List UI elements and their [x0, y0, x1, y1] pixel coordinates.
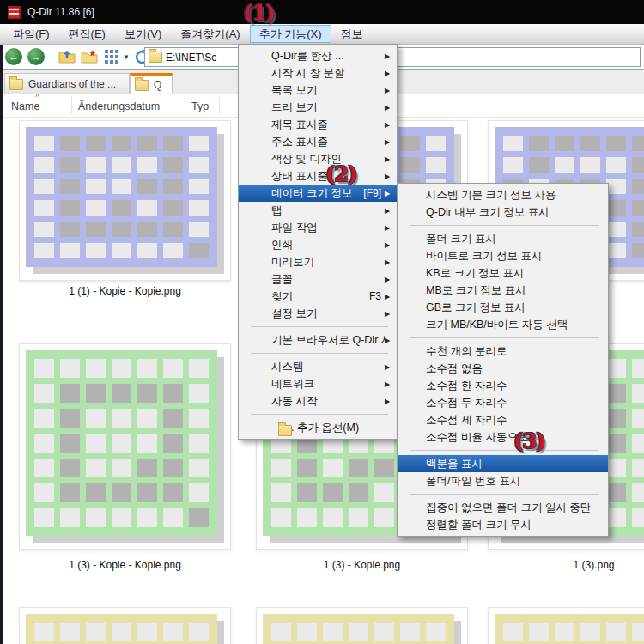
menu-item-15[interactable]: 설정 보기▶: [239, 305, 397, 322]
submenu-item-12[interactable]: 소수점 한 자리수: [398, 377, 608, 394]
menu-item-7[interactable]: 상태 표시줄▶: [239, 167, 397, 185]
thumbnail-pixel: [137, 409, 157, 428]
thumbnail-pixel: [86, 179, 106, 194]
submenu-item-label: MB로 크기 정보 표시: [426, 283, 596, 298]
thumbnail-pixel: [112, 157, 131, 173]
submenu-item-21[interactable]: 정렬할 폴더 크기 무시: [398, 516, 608, 533]
menu-item-3[interactable]: 트리 보기▶: [239, 99, 397, 116]
menu-item-11[interactable]: 인쇄▶: [239, 236, 397, 253]
thumbnail-pixel: [34, 359, 54, 378]
forward-icon[interactable]: →: [27, 48, 45, 65]
menu-item-21[interactable]: 자동 시작▶: [239, 392, 397, 410]
thumbnail-pixel: [632, 157, 644, 173]
thumbnail-pixel: [189, 179, 209, 194]
menu-item-4[interactable]: 제목 표시줄▶: [239, 116, 397, 133]
menubar-item-2[interactable]: 보기(V): [115, 25, 171, 43]
back-icon[interactable]: ←: [5, 48, 22, 65]
menubar-item-3[interactable]: 즐겨찾기(A): [171, 25, 249, 43]
submenu-item-0[interactable]: 시스템 기본 크기 정보 사용: [398, 186, 608, 204]
menu-item-5[interactable]: 주소 표시줄▶: [239, 133, 397, 150]
menu-item-1[interactable]: 시작 시 창 분할▶: [239, 64, 397, 82]
menu-item-12[interactable]: 미리보기▶: [239, 253, 397, 270]
submenu-item-17[interactable]: 백분율 표시: [398, 455, 608, 472]
thumbnail-pixel: [374, 508, 394, 527]
submenu-item-15[interactable]: 소수점 비율 자동으로: [398, 428, 608, 446]
thumbnail-pixel: [189, 243, 209, 258]
submenu-arrow-icon: ▶: [385, 363, 397, 371]
file-name-label[interactable]: 1 (3) - Kopie - Kopie.png: [19, 559, 231, 571]
file-thumbnail-3[interactable]: [19, 343, 231, 550]
thumbnail-pixel: [426, 623, 446, 641]
folder-up-icon[interactable]: [58, 47, 76, 66]
header-divider[interactable]: [71, 97, 72, 114]
menu-item-label: 기본 브라우저로 Q-Dir 사용: [271, 333, 385, 348]
menu-item-14[interactable]: 찾기F3▶: [239, 288, 397, 305]
menu-item-13[interactable]: 글꼴▶: [239, 270, 397, 288]
thumbnail-pixel: [137, 136, 157, 151]
menu-item-label: 네트워크: [271, 377, 385, 392]
submenu-item-label: 바이트로 크기 정보 표시: [426, 249, 596, 264]
column-header-date[interactable]: Änderungsdatum: [78, 100, 160, 112]
submenu-item-5[interactable]: KB로 크기 정보 표시: [398, 264, 608, 282]
thumbnail-pixel: [112, 179, 131, 194]
menu-item-10[interactable]: 파일 작업▶: [239, 219, 397, 236]
file-thumbnail-0[interactable]: [19, 120, 231, 281]
submenu-item-label: 소수점 세 자리수: [426, 413, 596, 428]
thumbnail-pixel: [271, 459, 291, 477]
tab-guardians[interactable]: Guardians of the ...: [4, 73, 130, 94]
menu-item-0[interactable]: Q-Dir를 항상 ...▶: [239, 47, 397, 64]
submenu-item-label: 정렬할 폴더 크기 무시: [426, 518, 596, 532]
thumbnail-pixel: [60, 384, 80, 403]
menu-item-6[interactable]: 색상 및 디자인▶: [239, 150, 397, 167]
tab-folder-icon: [9, 79, 23, 90]
submenu-item-11[interactable]: 소수점 없음: [398, 360, 608, 377]
column-header-type[interactable]: Typ: [191, 100, 209, 112]
submenu-item-3[interactable]: 폴더 크기 표시: [398, 230, 608, 247]
file-thumbnail-6[interactable]: [19, 607, 231, 644]
menu-item-23[interactable]: ... 추가 옵션(M): [239, 419, 397, 436]
menu-item-8[interactable]: 데이터 크기 정보[F9]▶: [239, 185, 397, 202]
submenu-item-1[interactable]: Q-Dir 내부 크기 정보 표시: [398, 204, 608, 221]
submenu-item-6[interactable]: MB로 크기 정보 표시: [398, 282, 608, 299]
file-name-label[interactable]: 1 (3).png: [488, 559, 644, 571]
thumbnail-pixel: [189, 200, 209, 216]
menu-item-2[interactable]: 목록 보기▶: [239, 82, 397, 99]
view-dropdown-caret-icon[interactable]: ▼: [123, 53, 130, 61]
thumbnail-pixel: [34, 409, 54, 428]
header-divider[interactable]: [219, 97, 220, 114]
thumbnail-pixel: [137, 623, 157, 641]
submenu-item-7[interactable]: GB로 크기 정보 표시: [398, 299, 608, 316]
thumbnail-pixel: [163, 359, 183, 378]
thumbnail-pixel: [580, 136, 600, 151]
submenu-item-8[interactable]: 크기 MB/KB/바이트 자동 선택: [398, 316, 608, 333]
submenu-item-20[interactable]: 집중이 없으면 폴더 크기 일시 중단: [398, 499, 608, 516]
file-thumbnail-7[interactable]: [256, 607, 468, 644]
thumbnail-pixel: [60, 409, 80, 428]
menu-item-19[interactable]: 시스템▶: [239, 358, 397, 375]
address-folder-icon: [149, 52, 162, 63]
file-name-label[interactable]: 1 (1) - Kopie - Kopie.png: [19, 285, 231, 297]
header-divider[interactable]: [185, 97, 185, 114]
thumbnail-pixel: [34, 434, 54, 453]
file-thumbnail-8[interactable]: [488, 607, 644, 644]
menubar-item-0[interactable]: 파일(F): [3, 25, 59, 43]
thumbnail-pixel: [189, 222, 209, 237]
thumbnail-pixel: [606, 459, 626, 477]
tab-q-active[interactable]: Q: [130, 73, 173, 94]
menubar-item-4[interactable]: 추가 기능(X): [250, 25, 331, 43]
menu-item-20[interactable]: 네트워크▶: [239, 375, 397, 392]
submenu-item-10[interactable]: 수천 개의 분리로: [398, 343, 608, 360]
favorites-folder-icon[interactable]: [80, 47, 99, 66]
menubar-item-1[interactable]: 편집(E): [59, 25, 115, 43]
submenu-item-13[interactable]: 소수점 두 자리수: [398, 394, 608, 411]
submenu-item-14[interactable]: 소수점 세 자리수: [398, 411, 608, 428]
column-header-name[interactable]: Name: [11, 100, 39, 112]
file-name-label[interactable]: 1 (3) - Kopie.png: [256, 559, 468, 571]
submenu-item-18[interactable]: 폴더/파일 번호 표시: [398, 472, 608, 489]
menu-item-9[interactable]: 탭▶: [239, 202, 397, 219]
menu-item-17[interactable]: 기본 브라우저로 Q-Dir 사용▶: [239, 331, 397, 349]
submenu-item-4[interactable]: 바이트로 크기 정보 표시: [398, 247, 608, 264]
view-grid-icon[interactable]: [102, 47, 121, 66]
thumbnail-pixel: [86, 157, 106, 173]
menubar-item-5[interactable]: 정보: [331, 25, 373, 43]
